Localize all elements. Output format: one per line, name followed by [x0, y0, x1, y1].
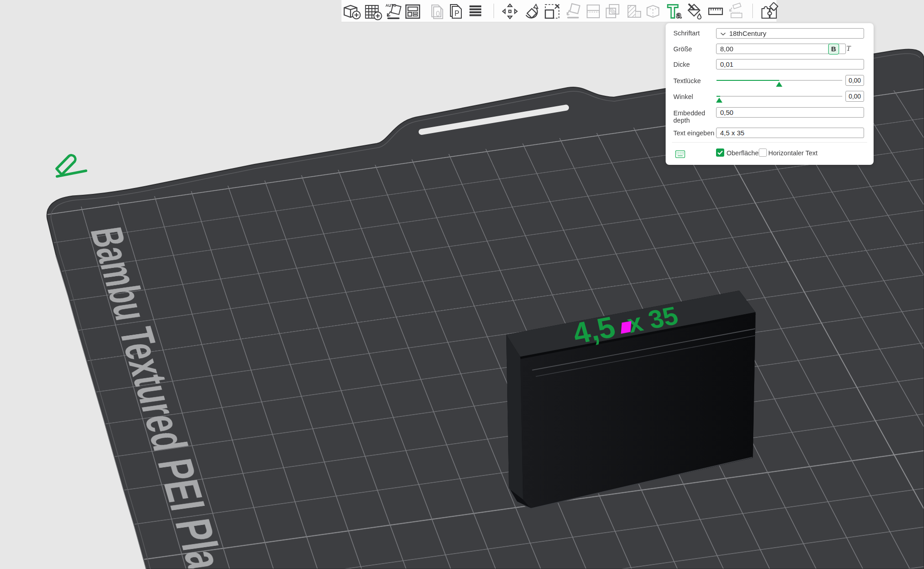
svg-text:0: 0	[436, 10, 440, 18]
svg-text:a: a	[676, 10, 682, 20]
svg-text:P: P	[455, 10, 460, 17]
svg-text:AUTO: AUTO	[385, 3, 396, 8]
